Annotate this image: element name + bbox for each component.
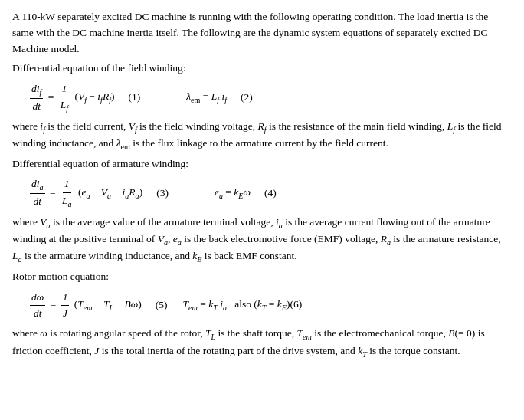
eq3: dia dt = 1 La (ea − Va − iaRa) [28, 176, 142, 209]
main-content: A 110-kW separately excited DC machine i… [12, 9, 512, 360]
desc1-text: where if is the field current, Vf is the… [12, 119, 512, 153]
section3-label: Rotor motion equation: [12, 269, 512, 285]
fraction-domega-dt: dω dt [30, 290, 45, 322]
equation-row-3-4: dia dt = 1 La (ea − Va − iaRa) (3) ea = … [28, 176, 524, 209]
eq1-number: (1) [128, 90, 140, 105]
section1-label: Differential equation of the field windi… [12, 61, 512, 77]
eq1: dif dt = 1 Lf (Vf − ifRf) [28, 81, 114, 114]
intro-text: A 110-kW separately excited DC machine i… [12, 9, 512, 57]
section2-label: Differential equation of armature windin… [12, 156, 512, 172]
fraction-1-J: 1 J [61, 290, 70, 322]
equation-row-5-6: dω dt = 1 J (Tem − TL − Bω) (5) Tem = kT… [28, 290, 524, 322]
eq6: Tem = kT ia also (kT = kE)(6) [183, 297, 303, 313]
eq2-number: (2) [241, 90, 253, 105]
eq4: ea = kEω [215, 185, 251, 202]
eq5-number: (5) [156, 297, 168, 313]
equation-row-1-2: dif dt = 1 Lf (Vf − ifRf) (1) λem = Lf i… [28, 81, 524, 114]
eq5: dω dt = 1 J (Tem − TL − Bω) [28, 290, 142, 322]
eq2: λem = Lf if [186, 89, 227, 106]
fraction-1-Lf: 1 Lf [59, 81, 70, 114]
desc3-text: where ω is rotating angular speed of the… [12, 326, 512, 360]
fraction-dia-dt: dia dt [30, 176, 45, 209]
eq3-number: (3) [156, 185, 169, 201]
eq4-number: (4) [264, 185, 277, 201]
fraction-dif-dt: dif dt [30, 81, 43, 114]
desc2-text: where Va is the average value of the arm… [12, 215, 512, 266]
fraction-1-La: 1 La [61, 176, 74, 209]
